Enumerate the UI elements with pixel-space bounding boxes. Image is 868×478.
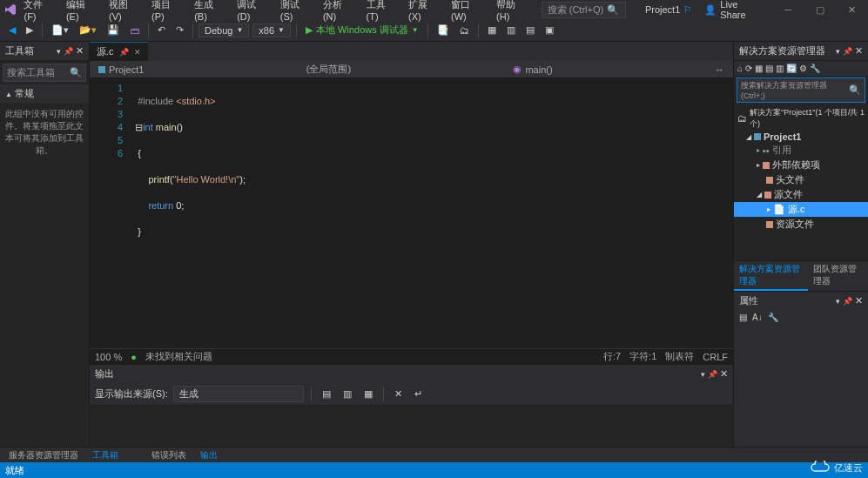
- line-indicator[interactable]: 行:7: [603, 350, 621, 363]
- tree-sources[interactable]: ◢ 源文件: [734, 187, 868, 202]
- nav-back-button[interactable]: ◀: [5, 23, 19, 37]
- tree-resources[interactable]: 资源文件: [734, 217, 868, 232]
- config-dropdown[interactable]: Debug▼: [198, 24, 249, 37]
- pin-icon[interactable]: ▾ 📌: [836, 297, 852, 306]
- nav-fwd-button[interactable]: ▶: [23, 23, 37, 37]
- tb-icon-3[interactable]: ▦: [484, 23, 500, 37]
- breadcrumb-symbol[interactable]: ◉ main(): [509, 64, 555, 75]
- tb-icon-2[interactable]: 🗂: [456, 24, 473, 37]
- tab-server-explorer[interactable]: 服务器资源管理器: [3, 448, 84, 462]
- menu-window[interactable]: 窗口(W): [446, 0, 489, 24]
- solution-icon: 🗂: [737, 113, 747, 124]
- start-debug-button[interactable]: ▶ 本地 Windows 调试器 ▼: [302, 22, 422, 38]
- tool-icon[interactable]: ▤: [765, 64, 773, 73]
- solution-search[interactable]: 搜索解决方案资源管理器(Ctrl+;) 🔍: [737, 77, 865, 103]
- pin-icon[interactable]: ▾ 📌: [836, 47, 852, 56]
- tool-icon[interactable]: ▦: [755, 64, 763, 73]
- properties-header: 属性 ▾ 📌 ✕: [734, 292, 868, 310]
- output-body[interactable]: [90, 406, 733, 447]
- pin-icon[interactable]: ▾ 📌: [701, 370, 717, 379]
- menu-debug[interactable]: 调试(D): [232, 0, 273, 24]
- toolbox-search[interactable]: 搜索工具箱 🔍: [3, 64, 86, 82]
- close-icon[interactable]: ✕: [855, 295, 863, 306]
- menu-analyze[interactable]: 分析(N): [318, 0, 360, 24]
- output-source-dropdown[interactable]: 生成: [173, 386, 304, 402]
- close-icon[interactable]: ✕: [720, 368, 728, 379]
- menu-tools[interactable]: 工具(T): [361, 0, 401, 24]
- menu-extensions[interactable]: 扩展(X): [403, 0, 444, 24]
- sync-icon[interactable]: ⟳: [745, 64, 752, 73]
- tabs-indicator[interactable]: 制表符: [665, 350, 694, 363]
- tab-error-list[interactable]: 错误列表: [146, 448, 192, 462]
- out-btn-2[interactable]: ▥: [340, 387, 355, 401]
- split-icon[interactable]: ↔: [711, 64, 728, 75]
- tb-icon-6[interactable]: ▣: [542, 23, 557, 37]
- tab-team-explorer[interactable]: 团队资源管理器: [808, 261, 868, 291]
- tool-icon[interactable]: ▥: [776, 64, 784, 73]
- new-project-button[interactable]: 📄▾: [48, 23, 72, 37]
- tool-icon[interactable]: ⚙: [799, 64, 807, 73]
- breadcrumb-project[interactable]: Project1: [95, 64, 147, 75]
- undo-button[interactable]: ↶: [154, 23, 169, 37]
- tree-external[interactable]: ▸ 外部依赖项: [734, 158, 868, 172]
- tree-refs[interactable]: ▸▪▪ 引用: [734, 143, 868, 158]
- home-icon[interactable]: ⌂: [737, 64, 743, 73]
- properties-body[interactable]: [734, 325, 868, 447]
- editor-tabs: 源.c 📌 ✕: [90, 42, 733, 61]
- platform-dropdown[interactable]: x86▼: [252, 24, 291, 37]
- toolbox-section[interactable]: ▲ 常规: [0, 84, 89, 103]
- menu-view[interactable]: 视图(V): [104, 0, 145, 24]
- code-content[interactable]: #include <stdio.h> ⊟int main() { printf(…: [130, 78, 733, 348]
- pin-icon[interactable]: ▾ 📌: [57, 47, 73, 56]
- out-btn-1[interactable]: ▤: [319, 387, 334, 401]
- wrench-icon[interactable]: 🔧: [768, 313, 778, 322]
- breadcrumb-scope[interactable]: (全局范围): [303, 63, 354, 76]
- tree-solution[interactable]: 🗂 解决方案"Project1"(1 个项目/共 1 个): [734, 106, 868, 131]
- close-icon[interactable]: ✕: [76, 45, 84, 56]
- editor-status-strip: 100 % ● 未找到相关问题 行:7 字符:1 制表符 CRLF: [90, 348, 733, 364]
- menu-edit[interactable]: 编辑(E): [61, 0, 102, 24]
- menu-help[interactable]: 帮助(H): [491, 0, 533, 24]
- notify-icon[interactable]: ⚐: [683, 4, 692, 16]
- tb-icon-4[interactable]: ▥: [503, 23, 519, 37]
- tab-solution-explorer[interactable]: 解决方案资源管理器: [734, 261, 808, 291]
- maximize-button[interactable]: ▢: [808, 4, 833, 16]
- live-share-button[interactable]: 👤 Live Share: [699, 0, 769, 22]
- tree-project[interactable]: ◢ Project1: [734, 131, 868, 143]
- menu-test[interactable]: 测试(S): [275, 0, 316, 24]
- menu-project[interactable]: 项目(P): [146, 0, 187, 24]
- main-menu: 文件(F) 编辑(E) 视图(V) 项目(P) 生成(B) 调试(D) 测试(S…: [18, 0, 532, 24]
- close-icon[interactable]: ✕: [855, 45, 863, 56]
- out-btn-3[interactable]: ▦: [360, 387, 376, 401]
- cat-icon[interactable]: ▤: [739, 313, 747, 322]
- redo-button[interactable]: ↷: [172, 23, 187, 37]
- open-button[interactable]: 📂▾: [76, 23, 100, 37]
- close-button[interactable]: ✕: [839, 4, 865, 16]
- tree-headers[interactable]: 头文件: [734, 172, 868, 187]
- menu-build[interactable]: 生成(B): [189, 0, 230, 24]
- tool-icon[interactable]: 🔧: [810, 64, 820, 73]
- tab-output[interactable]: 输出: [195, 448, 223, 462]
- tree-file[interactable]: ▸📄 源.c: [734, 202, 868, 217]
- quick-search[interactable]: 搜索 (Ctrl+Q) 🔍: [542, 2, 626, 18]
- editor-tab[interactable]: 源.c 📌 ✕: [90, 42, 148, 61]
- out-wrap-button[interactable]: ↵: [411, 387, 426, 401]
- sort-icon[interactable]: A↓: [752, 313, 763, 322]
- save-button[interactable]: 💾: [104, 23, 123, 37]
- refresh-icon[interactable]: 🔄: [786, 64, 797, 73]
- pin-tab-icon[interactable]: 📌: [119, 48, 129, 57]
- issues-text[interactable]: 未找到相关问题: [145, 350, 212, 363]
- zoom-level[interactable]: 100 %: [95, 352, 122, 362]
- tb-icon-5[interactable]: ▤: [522, 23, 538, 37]
- close-tab-icon[interactable]: ✕: [134, 48, 141, 57]
- tb-icon-1[interactable]: 📑: [434, 23, 453, 37]
- menu-file[interactable]: 文件(F): [18, 0, 58, 24]
- out-clear-button[interactable]: ✕: [391, 387, 406, 401]
- save-all-button[interactable]: 🗃: [126, 24, 143, 37]
- minimize-button[interactable]: ─: [776, 4, 801, 15]
- eol-indicator[interactable]: CRLF: [703, 352, 728, 362]
- col-indicator[interactable]: 字符:1: [629, 350, 656, 363]
- properties-panel: 属性 ▾ 📌 ✕ ▤ A↓ 🔧: [734, 291, 868, 447]
- tab-toolbox[interactable]: 工具箱: [87, 448, 124, 462]
- code-editor[interactable]: 1 2 3 4 5 6 #include <stdio.h> ⊟int main…: [90, 78, 733, 348]
